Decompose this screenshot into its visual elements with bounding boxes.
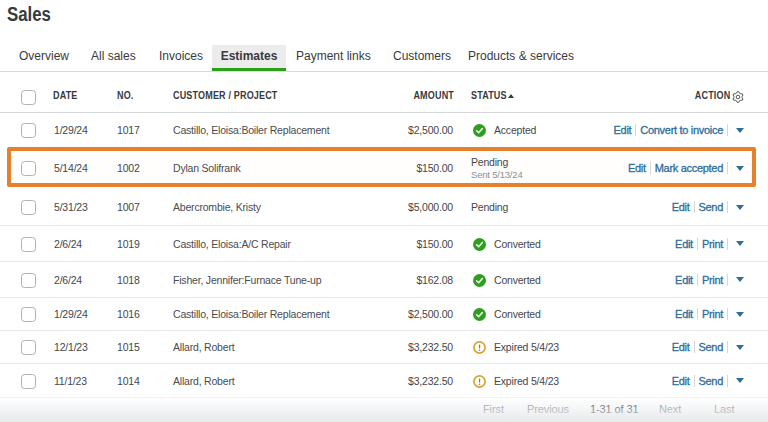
tab-overview[interactable]: Overview: [19, 45, 69, 68]
sort-ascending-icon: [508, 94, 514, 98]
cell-date: 1/29/24: [54, 113, 88, 147]
gear-icon[interactable]: [732, 89, 744, 101]
tab-all-sales[interactable]: All sales: [91, 45, 136, 68]
action-separator: [727, 238, 728, 250]
cell-action: Edit Mark accepted: [628, 148, 744, 188]
cell-status: Converted: [471, 262, 541, 297]
primary-action-link[interactable]: Send: [699, 201, 724, 213]
action-separator: [727, 308, 728, 320]
cell-amount: $150.00: [370, 148, 453, 188]
pagination-first[interactable]: First: [483, 403, 504, 415]
cell-status: Converted: [471, 298, 541, 330]
pagination-next[interactable]: Next: [659, 403, 681, 415]
row-checkbox[interactable]: [21, 161, 36, 176]
status-text-group: Pending: [471, 201, 508, 213]
primary-action-link[interactable]: Send: [699, 341, 724, 353]
row-checkbox[interactable]: [21, 123, 36, 138]
edit-link[interactable]: Edit: [628, 162, 646, 174]
cell-status: Pending Sent 5/13/24: [471, 148, 522, 188]
row-checkbox[interactable]: [21, 273, 36, 288]
cell-no: 1002: [117, 148, 140, 188]
tab-products-services[interactable]: Products & services: [468, 45, 574, 68]
status-label: Accepted: [494, 124, 536, 136]
status-text-group: Converted: [494, 308, 541, 320]
header-customer[interactable]: CUSTOMER / PROJECT: [173, 89, 278, 101]
dropdown-caret-icon[interactable]: [736, 312, 744, 317]
cell-action: Edit Print: [675, 226, 744, 261]
cell-date: 11/1/23: [54, 364, 87, 397]
cell-customer: Castillo, Eloisa:A/C Repair: [173, 226, 291, 261]
check-circle-icon: [473, 238, 486, 251]
action-separator: [697, 308, 698, 320]
table-row: 5/31/23 1007 Abercrombie, Kristy $5,000.…: [0, 189, 768, 226]
header-no[interactable]: NO.: [117, 89, 134, 101]
action-separator: [727, 162, 728, 174]
table-row: 12/1/23 1015 Allard, Robert $3,232.50 Ex…: [0, 331, 768, 364]
row-checkbox[interactable]: [21, 200, 36, 215]
edit-link[interactable]: Edit: [675, 308, 693, 320]
row-checkbox[interactable]: [21, 340, 36, 355]
cell-amount: $3,232.50: [370, 364, 453, 397]
edit-link[interactable]: Edit: [672, 341, 690, 353]
edit-link[interactable]: Edit: [675, 238, 693, 250]
page-title: Sales: [7, 3, 51, 26]
tab-estimates[interactable]: Estimates: [212, 45, 286, 71]
action-separator: [697, 238, 698, 250]
dropdown-caret-icon[interactable]: [736, 241, 744, 246]
highlighted-row-wrapper: 5/14/24 1002 Dylan Solifrank $150.00 Pen…: [0, 147, 768, 189]
edit-link[interactable]: Edit: [675, 274, 693, 286]
pagination-previous[interactable]: Previous: [527, 403, 569, 415]
header-status[interactable]: STATUS: [471, 89, 507, 101]
pagination: First Previous 1-31 of 31 Next Last: [0, 397, 768, 422]
edit-link[interactable]: Edit: [672, 375, 690, 387]
primary-action-link[interactable]: Print: [702, 238, 723, 250]
dropdown-caret-icon[interactable]: [736, 345, 744, 350]
row-checkbox[interactable]: [21, 374, 36, 389]
row-checkbox[interactable]: [21, 307, 36, 322]
dropdown-caret-icon[interactable]: [736, 205, 744, 210]
tab-customers[interactable]: Customers: [393, 45, 451, 68]
dropdown-caret-icon[interactable]: [736, 277, 744, 282]
primary-action-link[interactable]: Mark accepted: [655, 162, 723, 174]
status-label: Expired 5/4/23: [494, 375, 559, 387]
action-separator: [694, 201, 695, 213]
cell-status: Accepted: [471, 113, 536, 147]
action-separator: [694, 375, 695, 387]
status-label: Converted: [494, 238, 541, 250]
primary-action-link[interactable]: Print: [702, 308, 723, 320]
cell-date: 2/6/24: [54, 262, 82, 297]
dropdown-caret-icon[interactable]: [736, 128, 744, 133]
primary-action-link[interactable]: Convert to invoice: [640, 124, 723, 136]
edit-link[interactable]: Edit: [614, 124, 632, 136]
action-separator: [697, 274, 698, 286]
primary-action-link[interactable]: Print: [702, 274, 723, 286]
status-label: Pending: [471, 156, 522, 168]
sales-page: Sales Overview All sales Invoices Estima…: [0, 0, 768, 422]
cell-date: 1/29/24: [54, 298, 88, 330]
select-all-checkbox[interactable]: [21, 90, 36, 105]
cell-no: 1007: [117, 189, 140, 225]
cell-no: 1018: [117, 262, 140, 297]
cell-action: Edit Convert to invoice: [614, 113, 744, 147]
header-amount[interactable]: AMOUNT: [393, 89, 454, 101]
status-text-group: Pending Sent 5/13/24: [471, 156, 522, 180]
pagination-last[interactable]: Last: [714, 403, 734, 415]
check-circle-icon: [473, 308, 486, 321]
status-label: Pending: [471, 201, 508, 213]
cell-action: Edit Print: [675, 298, 744, 330]
table-row: 2/6/24 1019 Castillo, Eloisa:A/C Repair …: [0, 226, 768, 262]
status-text-group: Expired 5/4/23: [494, 375, 559, 387]
table-row: 1/29/24 1017 Castillo, Eloisa:Boiler Rep…: [0, 113, 768, 147]
dropdown-caret-icon[interactable]: [736, 378, 744, 383]
row-checkbox[interactable]: [21, 237, 36, 252]
cell-no: 1014: [117, 364, 140, 397]
tab-invoices[interactable]: Invoices: [159, 45, 203, 68]
cell-amount: $150.00: [370, 226, 453, 261]
primary-action-link[interactable]: Send: [699, 375, 724, 387]
tab-payment-links[interactable]: Payment links: [296, 45, 371, 68]
edit-link[interactable]: Edit: [672, 201, 690, 213]
header-date[interactable]: DATE: [53, 89, 78, 101]
action-separator: [727, 341, 728, 353]
dropdown-caret-icon[interactable]: [736, 166, 744, 171]
cell-no: 1016: [117, 298, 140, 330]
